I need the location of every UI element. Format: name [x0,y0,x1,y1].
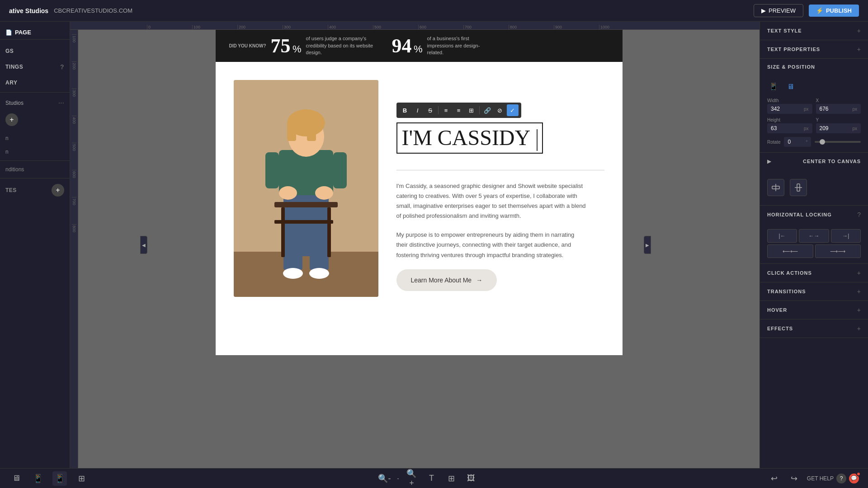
project-menu-icon[interactable]: ··· [58,99,64,107]
height-input[interactable]: 63 px [767,123,812,133]
size-pos-grid: Width 342 px X 676 px He [767,98,861,133]
ruler-mark-900: 900 [554,25,599,29]
svg-rect-6 [287,123,296,141]
tablet-view-button[interactable]: 📱 [31,471,45,486]
y-input[interactable]: 209 px [816,123,861,133]
gs-label: GS [5,48,14,54]
y-value: 209 [820,125,853,131]
undo-button[interactable]: ↩ [767,471,782,486]
text-style-header[interactable]: TEXT STYLE + [760,22,868,40]
redo-button[interactable]: ↪ [787,471,802,486]
canvas-scroll[interactable]: DID YOU KNOW? 75 % of users judge a comp… [78,30,760,468]
phone-view-button[interactable]: 📱 [52,471,67,486]
bold-button[interactable]: B [399,104,411,116]
text-formatting-toolbar: B I S ≡ ≡ ⊞ 🔗 ⊘ ✓ [396,103,521,118]
mobile-device-button[interactable]: 📱 [767,80,780,93]
ruler-mark-700: 700 [463,25,509,29]
sidebar-nav-item-n1[interactable]: n [0,131,70,145]
toolbar-divider-1 [438,106,439,114]
rotate-input[interactable]: 0 ° [784,137,811,147]
learn-more-button[interactable]: Learn More About Me → [396,269,497,291]
height-label: Height [767,117,812,122]
lock-stretch-right-button[interactable]: ⟶⟶ [815,244,861,258]
sidebar-page-section[interactable]: 📄 PAGE [0,25,70,40]
sidebar-item-tings[interactable]: TINGS ? [0,59,70,75]
lock-stretch-left-button[interactable]: ⟵⟵ [767,244,813,258]
sidebar-item-gs[interactable]: GS [0,43,70,59]
ruler-mark-100: 100 [192,25,237,29]
ruler-mark-400: 400 [328,25,373,29]
svg-rect-16 [274,202,338,207]
heading-cassidy[interactable]: I'M CASSIDY [396,122,543,154]
templates-label: TES [5,187,17,193]
image-tool-button[interactable]: 🖼 [464,471,478,486]
stat-number-1: 75 % [271,34,302,57]
width-input[interactable]: 342 px [767,104,812,114]
link-button[interactable]: 🔗 [481,104,493,116]
center-horizontal-button[interactable] [767,179,784,196]
svg-point-14 [283,268,303,279]
lock-center-button[interactable]: ←→ [799,229,829,243]
center-canvas-header[interactable]: ▶ CENTER TO CANVAS [760,153,868,170]
transitions-header[interactable]: TRANSITIONS + [760,282,868,301]
bottom-center-tools: 🔍- - 🔍+ T ⊞ 🖼 [377,471,478,486]
center-canvas-content [760,170,868,205]
height-value: 63 [771,125,804,131]
transitions-expand-icon: + [857,288,861,295]
zoom-in-button[interactable]: 🔍+ [404,471,419,486]
size-position-header[interactable]: SIZE & POSITION [760,59,868,75]
list-ordered-button[interactable]: ≡ [453,104,465,116]
panel-collapse-arrow[interactable]: ▶ [644,236,651,254]
text-tool-button[interactable]: T [424,471,439,486]
sidebar-divider-2 [0,160,70,161]
svg-rect-13 [310,243,329,270]
canvas-area: 0 100 200 300 400 500 600 700 800 900 10… [70,22,760,468]
lock-left-button[interactable]: |← [767,229,797,243]
center-vertical-button[interactable] [790,179,807,196]
get-help-button[interactable]: GET HELP ? 💬 [807,474,859,483]
ruler-left: 100 200 300 400 500 600 700 800 [70,30,78,468]
rotate-label: Rotate [767,140,780,145]
sidebar-conditions[interactable]: nditions [0,163,70,176]
add-item-button[interactable]: + [5,113,18,126]
grid-view-button[interactable]: ⊞ [74,471,89,486]
sidebar-nav-item-n2[interactable]: n [0,145,70,159]
italic-button[interactable]: I [412,104,424,116]
width-field: Width 342 px [767,98,812,114]
center-canvas-title: CENTER TO CANVAS [803,159,861,164]
stat-desc-1: of users judge a company's credibility b… [306,35,374,56]
ruler-mark-1000: 1000 [599,25,644,29]
rotate-unit: ° [806,140,807,145]
preview-button[interactable]: ▶ PREVIEW [754,4,803,17]
add-template-button[interactable]: + [52,184,64,197]
confirm-button[interactable]: ✓ [507,104,519,116]
x-input[interactable]: 676 px [816,104,861,114]
text-properties-header[interactable]: TEXT PROPERTIES + [760,40,868,58]
canvas-with-ruler: 100 200 300 400 500 600 700 800 [70,30,760,468]
unlink-button[interactable]: ⊘ [494,104,506,116]
sidebar-nav-items: n n [0,131,70,159]
sidebar-collapse-arrow[interactable]: ◀ [140,236,147,254]
publish-button[interactable]: ⚡ PUBLISH [809,5,859,17]
rotate-slider[interactable] [815,141,861,143]
svg-point-10 [279,186,297,200]
lock-right-button[interactable]: →| [831,229,861,243]
hover-header[interactable]: HOVER + [760,301,868,319]
sidebar-templates[interactable]: TES + [0,180,70,200]
effects-header[interactable]: EFFECTS + [760,319,868,338]
stat-75-suffix: % [292,43,302,55]
strikethrough-button[interactable]: S [425,104,436,116]
desktop-view-button[interactable]: 🖥 [9,471,24,486]
lock-grid-top: |← ←→ →| [767,229,861,243]
selection-tool-button[interactable]: ⊞ [444,471,458,486]
list-unordered-button[interactable]: ≡ [440,104,452,116]
horizontal-locking-header[interactable]: HORIZONTAL LOCKING ? [760,206,868,224]
center-canvas-section: ▶ CENTER TO CANVAS [760,153,868,206]
indent-button[interactable]: ⊞ [466,104,477,116]
sidebar-item-ary[interactable]: ARY [0,75,70,90]
desktop-device-button[interactable]: 🖥 [785,80,796,93]
click-actions-header[interactable]: CLICK ACTIONS + [760,264,868,282]
zoom-out-button[interactable]: 🔍- [377,471,392,486]
svg-rect-9 [333,152,347,188]
bottom-right-tools: ↩ ↪ GET HELP ? 💬 [767,471,859,486]
